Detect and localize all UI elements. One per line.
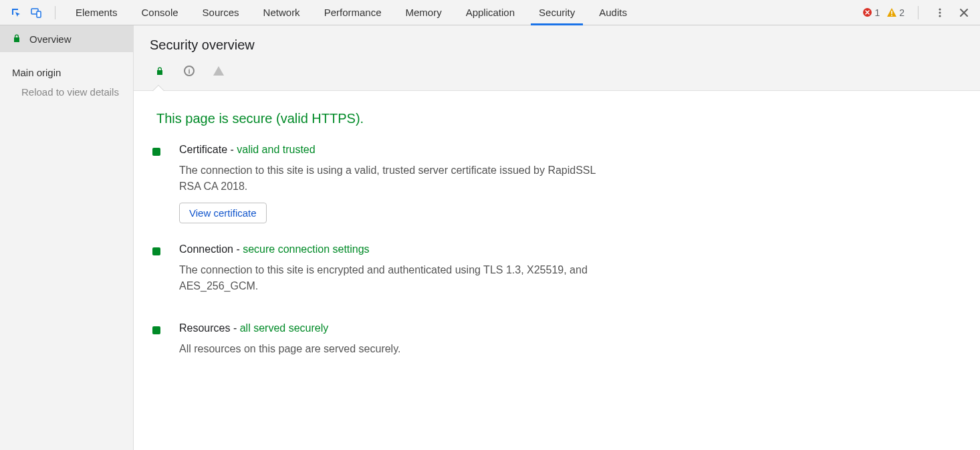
more-options-icon[interactable] <box>931 3 949 22</box>
tab-performance[interactable]: Performance <box>316 0 390 25</box>
sidebar-main-origin-heading: Main origin <box>0 52 133 84</box>
connection-description: The connection to this site is encrypted… <box>179 262 607 294</box>
resources-status-label: all served securely <box>240 322 329 334</box>
svg-point-7 <box>939 15 941 17</box>
connection-status-label: secure connection settings <box>243 243 369 255</box>
panel-tabs: Elements Console Sources Network Perform… <box>64 0 639 25</box>
error-count-badge[interactable]: 1 <box>861 7 881 18</box>
svg-rect-4 <box>891 15 892 16</box>
status-bullet-icon <box>152 326 160 365</box>
svg-point-6 <box>939 11 941 13</box>
secure-summary-line: This page is secure (valid HTTPS). <box>156 111 961 126</box>
section-connection: Connection - secure connection settings … <box>152 243 961 302</box>
status-icon-row: i <box>150 61 964 86</box>
warning-count-text: 2 <box>899 7 904 18</box>
tab-memory[interactable]: Memory <box>398 0 450 25</box>
certificate-description: The connection to this site is using a v… <box>179 162 607 195</box>
warning-count-badge[interactable]: 2 <box>885 7 906 18</box>
tab-console[interactable]: Console <box>134 0 187 25</box>
security-sidebar: Overview Main origin Reload to view deta… <box>0 25 134 450</box>
close-devtools-icon[interactable] <box>955 3 973 22</box>
security-overview-header: Security overview i <box>134 25 980 91</box>
separator <box>918 6 918 19</box>
status-bullet-icon <box>152 148 160 223</box>
tab-sources[interactable]: Sources <box>195 0 247 25</box>
devtools-toolbar: Elements Console Sources Network Perform… <box>0 0 980 25</box>
resources-title-prefix: Resources - <box>179 322 240 334</box>
connection-title: Connection - secure connection settings <box>179 243 607 255</box>
certificate-title: Certificate - valid and trusted <box>179 144 607 156</box>
section-resources: Resources - all served securely All reso… <box>152 322 961 365</box>
info-status-icon[interactable]: i <box>183 65 195 77</box>
secure-lock-icon[interactable] <box>154 65 166 77</box>
certificate-title-prefix: Certificate - <box>179 144 237 155</box>
sidebar-overview-label: Overview <box>29 33 72 45</box>
view-certificate-button[interactable]: View certificate <box>179 203 267 223</box>
tab-network[interactable]: Network <box>255 0 308 25</box>
tab-audits[interactable]: Audits <box>591 0 635 25</box>
certificate-status-label: valid and trusted <box>237 144 315 155</box>
resources-description: All resources on this page are served se… <box>179 341 400 357</box>
error-count-text: 1 <box>874 7 880 18</box>
warning-status-icon[interactable] <box>213 65 225 77</box>
status-bullet-icon <box>152 247 160 302</box>
error-icon <box>862 7 872 17</box>
resources-title: Resources - all served securely <box>179 322 400 334</box>
section-certificate: Certificate - valid and trusted The conn… <box>152 144 961 223</box>
sidebar-item-overview[interactable]: Overview <box>0 25 133 52</box>
toolbar-right: 1 2 <box>861 3 975 22</box>
warning-icon <box>886 7 897 17</box>
toggle-device-toolbar-icon[interactable] <box>27 3 45 22</box>
connection-title-prefix: Connection - <box>179 243 243 255</box>
inspect-element-icon[interactable] <box>7 3 25 22</box>
security-main: Security overview i This page is secure … <box>134 25 980 450</box>
separator <box>55 6 55 19</box>
svg-rect-1 <box>37 11 41 17</box>
svg-rect-3 <box>891 11 892 14</box>
security-details: This page is secure (valid HTTPS). Certi… <box>134 91 980 450</box>
header-pointer <box>152 86 164 92</box>
sidebar-reload-hint: Reload to view details <box>0 84 133 98</box>
page-title: Security overview <box>150 37 964 53</box>
tab-elements[interactable]: Elements <box>68 0 126 25</box>
tab-application[interactable]: Application <box>458 0 523 25</box>
svg-point-5 <box>939 8 941 10</box>
tab-security[interactable]: Security <box>531 0 583 25</box>
lock-icon <box>12 33 21 45</box>
